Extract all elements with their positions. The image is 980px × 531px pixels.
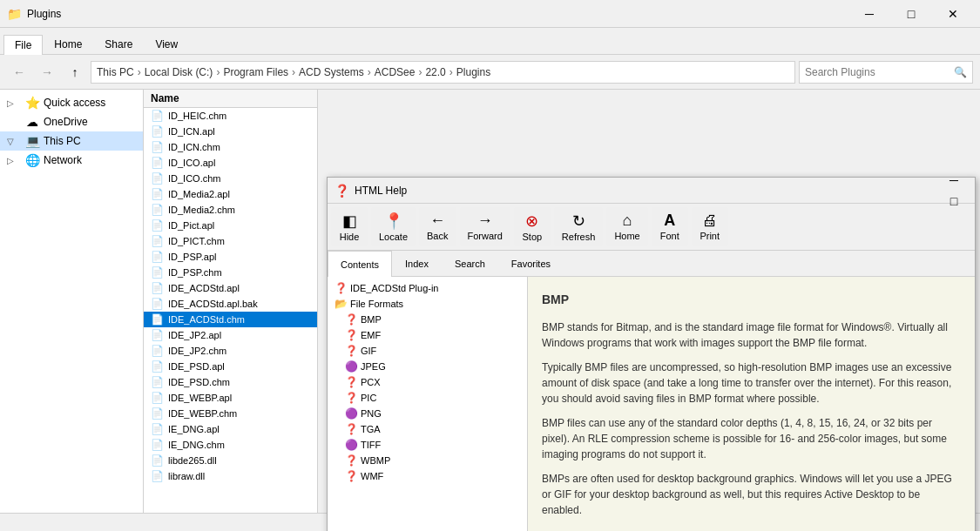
- file-item[interactable]: 📄IDE_JP2.apl: [144, 327, 317, 343]
- back-button[interactable]: ← Back: [419, 207, 456, 246]
- window-icon: 📁: [7, 7, 22, 21]
- forward-icon: →: [477, 212, 493, 230]
- file-item[interactable]: 📄IE_DNG.apl: [144, 421, 317, 437]
- tree-icon: 🟣: [345, 407, 358, 420]
- file-icon: 📄: [151, 125, 165, 138]
- file-item[interactable]: 📄IDE_PSD.apl: [144, 359, 317, 374]
- file-item[interactable]: 📄IDE_PSD.chm: [144, 374, 317, 390]
- file-item[interactable]: 📄IDE_WEBP.apl: [144, 390, 317, 406]
- help-minimize-button[interactable]: ─: [940, 170, 968, 191]
- tab-home[interactable]: Home: [43, 34, 93, 54]
- file-item[interactable]: 📄ID_ICO.apl: [144, 155, 317, 171]
- search-input[interactable]: [805, 66, 950, 78]
- tab-file[interactable]: File: [3, 35, 43, 55]
- nav-item-quick-access[interactable]: ▷ ⭐ Quick access: [0, 93, 143, 112]
- tab-index[interactable]: Index: [392, 251, 442, 276]
- home-button[interactable]: ⌂ Home: [606, 207, 647, 246]
- address-bar: ← → ↑ This PC › Local Disk (C:) › Progra…: [0, 55, 980, 90]
- tree-icon: ❓: [345, 313, 358, 326]
- forward-button[interactable]: →: [35, 60, 59, 84]
- file-item[interactable]: 📄ID_ICN.apl: [144, 124, 317, 139]
- file-icon: 📄: [151, 110, 165, 122]
- file-icon: 📄: [151, 235, 165, 247]
- file-item[interactable]: 📄libde265.dll: [144, 453, 317, 468]
- tab-view[interactable]: View: [144, 34, 189, 54]
- ribbon: File Home Share View: [0, 28, 980, 55]
- file-item[interactable]: 📄libraw.dll: [144, 468, 317, 484]
- file-item[interactable]: 📄IDE_WEBP.chm: [144, 406, 317, 421]
- close-button[interactable]: ✕: [933, 0, 973, 28]
- file-item-selected[interactable]: 📄IDE_ACDStd.chm: [144, 312, 317, 327]
- file-item[interactable]: 📄ID_PSP.apl: [144, 249, 317, 265]
- tree-item-plugin[interactable]: ❓ IDE_ACDStd Plug-in: [331, 280, 524, 296]
- help-maximize-button[interactable]: □: [940, 191, 968, 212]
- file-icon: 📄: [151, 439, 165, 451]
- tree-item-pcx[interactable]: ❓ PCX: [331, 374, 524, 390]
- file-icon: 📄: [151, 376, 165, 388]
- file-item[interactable]: 📄IDE_ACDStd.apl.bak: [144, 296, 317, 312]
- address-path[interactable]: This PC › Local Disk (C:) › Program File…: [91, 61, 795, 84]
- help-paragraph-2: Typically BMP files are uncompressed, so…: [542, 360, 961, 407]
- tree-item-bmp[interactable]: ❓ BMP: [331, 312, 524, 327]
- tree-icon: ❓: [345, 392, 358, 404]
- tree-item-gif[interactable]: ❓ GIF: [331, 343, 524, 359]
- tab-contents[interactable]: Contents: [328, 251, 392, 277]
- file-icon: 📄: [151, 423, 165, 435]
- hide-button[interactable]: ◧ Hide: [331, 207, 368, 246]
- font-button[interactable]: A Font: [652, 207, 688, 246]
- locate-button[interactable]: 📍 Locate: [371, 207, 416, 246]
- up-button[interactable]: ↑: [63, 60, 87, 84]
- file-icon: 📄: [151, 329, 165, 341]
- tree-item-wmf[interactable]: ❓ WMF: [331, 468, 524, 484]
- help-text-pane: BMP BMP stands for Bitmap, and is the st…: [528, 277, 975, 531]
- file-item[interactable]: 📄ID_Pict.apl: [144, 218, 317, 233]
- tree-item-emf[interactable]: ❓ EMF: [331, 327, 524, 343]
- nav-label: OneDrive: [44, 116, 136, 128]
- tab-search[interactable]: Search: [442, 251, 498, 276]
- tree-item-tiff[interactable]: 🟣 TIFF: [331, 437, 524, 453]
- ribbon-tab-bar: File Home Share View: [0, 28, 980, 54]
- minimize-button[interactable]: ─: [849, 0, 889, 28]
- nav-label: This PC: [44, 135, 136, 147]
- help-window-icon: ❓: [335, 184, 349, 198]
- file-item[interactable]: 📄ID_HEIC.chm: [144, 108, 317, 124]
- locate-icon: 📍: [384, 212, 403, 231]
- file-item[interactable]: 📄IE_DNG.chm: [144, 437, 317, 453]
- tree-icon: 🟣: [345, 439, 358, 451]
- network-icon: 🌐: [24, 153, 40, 167]
- file-item[interactable]: 📄ID_ICO.chm: [144, 171, 317, 186]
- nav-label: Quick access: [44, 97, 136, 109]
- tree-item-pic[interactable]: ❓ PIC: [331, 390, 524, 406]
- nav-item-network[interactable]: ▷ 🌐 Network: [0, 151, 143, 170]
- stop-button[interactable]: ⊗ Stop: [514, 207, 551, 246]
- tab-share[interactable]: Share: [93, 34, 144, 54]
- file-item[interactable]: 📄ID_PICT.chm: [144, 233, 317, 249]
- tree-item-jpeg[interactable]: 🟣 JPEG: [331, 359, 524, 374]
- file-item[interactable]: 📄ID_Media2.chm: [144, 202, 317, 218]
- file-item[interactable]: 📄IDE_JP2.chm: [144, 343, 317, 359]
- tab-favorites[interactable]: Favorites: [498, 251, 564, 276]
- refresh-button[interactable]: ↻ Refresh: [554, 207, 604, 246]
- tree-item-wbmp[interactable]: ❓ WBMP: [331, 453, 524, 468]
- nav-item-onedrive[interactable]: ☁ OneDrive: [0, 112, 143, 131]
- file-item[interactable]: 📄ID_Media2.apl: [144, 186, 317, 202]
- tree-item-png[interactable]: 🟣 PNG: [331, 406, 524, 421]
- tree-item-file-formats[interactable]: 📂 File Formats: [331, 296, 524, 312]
- navigation-pane: ▷ ⭐ Quick access ☁ OneDrive ▽ 💻 This PC …: [0, 90, 144, 513]
- maximize-button[interactable]: □: [891, 0, 931, 28]
- nav-item-this-pc[interactable]: ▽ 💻 This PC: [0, 131, 143, 151]
- stop-icon: ⊗: [525, 212, 538, 231]
- file-item[interactable]: 📄ID_PSP.chm: [144, 265, 317, 280]
- forward-button[interactable]: → Forward: [460, 207, 510, 246]
- file-item[interactable]: 📄IDE_ACDStd.apl: [144, 280, 317, 296]
- file-item[interactable]: 📄ID_ICN.chm: [144, 139, 317, 155]
- back-button[interactable]: ←: [7, 60, 31, 84]
- print-button[interactable]: 🖨 Print: [692, 207, 728, 246]
- window-title: Plugins: [27, 8, 61, 20]
- file-icon: 📄: [151, 188, 165, 200]
- file-icon: 📄: [151, 454, 165, 467]
- tree-item-tga[interactable]: ❓ TGA: [331, 421, 524, 437]
- search-box[interactable]: 🔍: [799, 61, 973, 84]
- tree-icon: ❓: [345, 376, 358, 388]
- hide-icon: ◧: [342, 212, 357, 231]
